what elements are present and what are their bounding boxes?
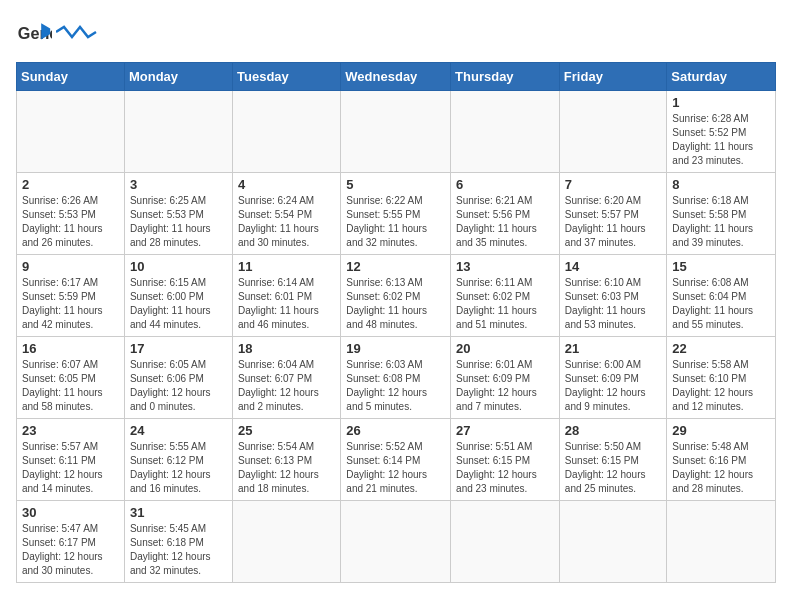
weekday-header-monday: Monday	[124, 63, 232, 91]
day-info: Sunrise: 6:20 AM Sunset: 5:57 PM Dayligh…	[565, 194, 662, 250]
day-info: Sunrise: 6:24 AM Sunset: 5:54 PM Dayligh…	[238, 194, 335, 250]
calendar-cell: 7Sunrise: 6:20 AM Sunset: 5:57 PM Daylig…	[559, 173, 667, 255]
calendar-cell: 10Sunrise: 6:15 AM Sunset: 6:00 PM Dayli…	[124, 255, 232, 337]
calendar-cell: 6Sunrise: 6:21 AM Sunset: 5:56 PM Daylig…	[451, 173, 560, 255]
day-info: Sunrise: 6:14 AM Sunset: 6:01 PM Dayligh…	[238, 276, 335, 332]
day-info: Sunrise: 5:50 AM Sunset: 6:15 PM Dayligh…	[565, 440, 662, 496]
calendar-cell: 8Sunrise: 6:18 AM Sunset: 5:58 PM Daylig…	[667, 173, 776, 255]
day-info: Sunrise: 5:55 AM Sunset: 6:12 PM Dayligh…	[130, 440, 227, 496]
day-info: Sunrise: 5:58 AM Sunset: 6:10 PM Dayligh…	[672, 358, 770, 414]
day-info: Sunrise: 6:01 AM Sunset: 6:09 PM Dayligh…	[456, 358, 554, 414]
calendar-cell: 19Sunrise: 6:03 AM Sunset: 6:08 PM Dayli…	[341, 337, 451, 419]
logo-icon: General	[16, 16, 52, 52]
calendar-cell: 23Sunrise: 5:57 AM Sunset: 6:11 PM Dayli…	[17, 419, 125, 501]
day-info: Sunrise: 6:13 AM Sunset: 6:02 PM Dayligh…	[346, 276, 445, 332]
day-info: Sunrise: 6:05 AM Sunset: 6:06 PM Dayligh…	[130, 358, 227, 414]
weekday-header-saturday: Saturday	[667, 63, 776, 91]
day-info: Sunrise: 6:26 AM Sunset: 5:53 PM Dayligh…	[22, 194, 119, 250]
calendar-cell: 28Sunrise: 5:50 AM Sunset: 6:15 PM Dayli…	[559, 419, 667, 501]
calendar-cell	[124, 91, 232, 173]
calendar-cell: 29Sunrise: 5:48 AM Sunset: 6:16 PM Dayli…	[667, 419, 776, 501]
day-info: Sunrise: 6:10 AM Sunset: 6:03 PM Dayligh…	[565, 276, 662, 332]
day-number: 7	[565, 177, 662, 192]
day-number: 12	[346, 259, 445, 274]
day-number: 13	[456, 259, 554, 274]
calendar-cell: 5Sunrise: 6:22 AM Sunset: 5:55 PM Daylig…	[341, 173, 451, 255]
day-number: 9	[22, 259, 119, 274]
day-info: Sunrise: 6:28 AM Sunset: 5:52 PM Dayligh…	[672, 112, 770, 168]
day-info: Sunrise: 6:17 AM Sunset: 5:59 PM Dayligh…	[22, 276, 119, 332]
calendar-week-row: 2Sunrise: 6:26 AM Sunset: 5:53 PM Daylig…	[17, 173, 776, 255]
day-number: 20	[456, 341, 554, 356]
day-number: 3	[130, 177, 227, 192]
calendar-cell: 25Sunrise: 5:54 AM Sunset: 6:13 PM Dayli…	[233, 419, 341, 501]
day-number: 19	[346, 341, 445, 356]
weekday-header-tuesday: Tuesday	[233, 63, 341, 91]
calendar-week-row: 9Sunrise: 6:17 AM Sunset: 5:59 PM Daylig…	[17, 255, 776, 337]
calendar-cell	[451, 501, 560, 583]
calendar-cell: 17Sunrise: 6:05 AM Sunset: 6:06 PM Dayli…	[124, 337, 232, 419]
calendar-cell	[667, 501, 776, 583]
day-number: 15	[672, 259, 770, 274]
day-number: 8	[672, 177, 770, 192]
day-number: 18	[238, 341, 335, 356]
logo-wave-icon	[56, 25, 98, 39]
day-number: 26	[346, 423, 445, 438]
calendar-cell: 21Sunrise: 6:00 AM Sunset: 6:09 PM Dayli…	[559, 337, 667, 419]
day-number: 24	[130, 423, 227, 438]
day-number: 10	[130, 259, 227, 274]
day-info: Sunrise: 6:22 AM Sunset: 5:55 PM Dayligh…	[346, 194, 445, 250]
day-number: 22	[672, 341, 770, 356]
day-info: Sunrise: 6:25 AM Sunset: 5:53 PM Dayligh…	[130, 194, 227, 250]
calendar-cell: 20Sunrise: 6:01 AM Sunset: 6:09 PM Dayli…	[451, 337, 560, 419]
calendar-cell: 2Sunrise: 6:26 AM Sunset: 5:53 PM Daylig…	[17, 173, 125, 255]
day-number: 5	[346, 177, 445, 192]
calendar-header-row: SundayMondayTuesdayWednesdayThursdayFrid…	[17, 63, 776, 91]
weekday-header-friday: Friday	[559, 63, 667, 91]
day-info: Sunrise: 5:51 AM Sunset: 6:15 PM Dayligh…	[456, 440, 554, 496]
day-info: Sunrise: 6:18 AM Sunset: 5:58 PM Dayligh…	[672, 194, 770, 250]
day-number: 30	[22, 505, 119, 520]
day-info: Sunrise: 5:45 AM Sunset: 6:18 PM Dayligh…	[130, 522, 227, 578]
calendar-cell	[233, 91, 341, 173]
calendar-cell: 26Sunrise: 5:52 AM Sunset: 6:14 PM Dayli…	[341, 419, 451, 501]
day-info: Sunrise: 6:00 AM Sunset: 6:09 PM Dayligh…	[565, 358, 662, 414]
weekday-header-sunday: Sunday	[17, 63, 125, 91]
day-number: 27	[456, 423, 554, 438]
calendar-cell: 12Sunrise: 6:13 AM Sunset: 6:02 PM Dayli…	[341, 255, 451, 337]
calendar-cell: 22Sunrise: 5:58 AM Sunset: 6:10 PM Dayli…	[667, 337, 776, 419]
day-number: 11	[238, 259, 335, 274]
day-info: Sunrise: 6:21 AM Sunset: 5:56 PM Dayligh…	[456, 194, 554, 250]
calendar-cell: 24Sunrise: 5:55 AM Sunset: 6:12 PM Dayli…	[124, 419, 232, 501]
weekday-header-wednesday: Wednesday	[341, 63, 451, 91]
calendar-cell: 31Sunrise: 5:45 AM Sunset: 6:18 PM Dayli…	[124, 501, 232, 583]
day-info: Sunrise: 5:48 AM Sunset: 6:16 PM Dayligh…	[672, 440, 770, 496]
calendar-cell	[233, 501, 341, 583]
day-number: 1	[672, 95, 770, 110]
day-info: Sunrise: 5:47 AM Sunset: 6:17 PM Dayligh…	[22, 522, 119, 578]
day-number: 6	[456, 177, 554, 192]
day-number: 21	[565, 341, 662, 356]
day-number: 23	[22, 423, 119, 438]
day-number: 2	[22, 177, 119, 192]
day-number: 14	[565, 259, 662, 274]
calendar-cell: 13Sunrise: 6:11 AM Sunset: 6:02 PM Dayli…	[451, 255, 560, 337]
calendar-week-row: 16Sunrise: 6:07 AM Sunset: 6:05 PM Dayli…	[17, 337, 776, 419]
day-number: 31	[130, 505, 227, 520]
calendar-cell: 30Sunrise: 5:47 AM Sunset: 6:17 PM Dayli…	[17, 501, 125, 583]
day-number: 4	[238, 177, 335, 192]
day-number: 28	[565, 423, 662, 438]
logo: General	[16, 16, 98, 52]
calendar-cell	[17, 91, 125, 173]
calendar-cell	[451, 91, 560, 173]
calendar-cell: 27Sunrise: 5:51 AM Sunset: 6:15 PM Dayli…	[451, 419, 560, 501]
calendar-cell	[341, 501, 451, 583]
day-number: 29	[672, 423, 770, 438]
day-number: 16	[22, 341, 119, 356]
day-info: Sunrise: 5:57 AM Sunset: 6:11 PM Dayligh…	[22, 440, 119, 496]
calendar-table: SundayMondayTuesdayWednesdayThursdayFrid…	[16, 62, 776, 583]
calendar-cell: 14Sunrise: 6:10 AM Sunset: 6:03 PM Dayli…	[559, 255, 667, 337]
calendar-cell: 1Sunrise: 6:28 AM Sunset: 5:52 PM Daylig…	[667, 91, 776, 173]
day-info: Sunrise: 6:08 AM Sunset: 6:04 PM Dayligh…	[672, 276, 770, 332]
day-info: Sunrise: 6:07 AM Sunset: 6:05 PM Dayligh…	[22, 358, 119, 414]
